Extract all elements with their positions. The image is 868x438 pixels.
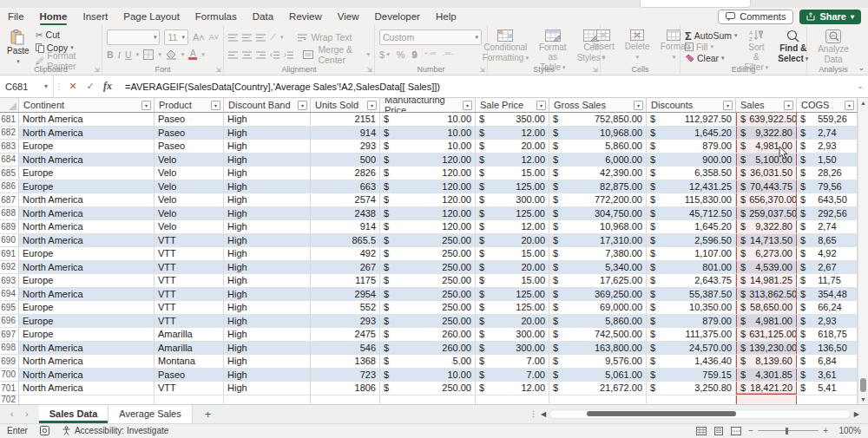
- row-number[interactable]: 698: [0, 342, 19, 355]
- sheet-tab-average-sales[interactable]: Average Sales: [108, 405, 192, 423]
- row-number[interactable]: 690: [0, 234, 19, 247]
- increase-decimal-icon[interactable]: ⁺·⁰⁰: [424, 51, 436, 59]
- column-header-units-sold[interactable]: Units Sold▾: [311, 98, 380, 112]
- column-header-continent[interactable]: Continent▾: [19, 98, 155, 112]
- cell-units[interactable]: 293: [311, 315, 380, 328]
- cell-mfg[interactable]: $250.00: [380, 247, 476, 260]
- cell-product[interactable]: VTT: [155, 261, 224, 274]
- clear-button[interactable]: Clear ▾: [685, 53, 738, 64]
- name-box-dropdown-icon[interactable]: ▾: [44, 82, 48, 90]
- fill-button[interactable]: Fill ▾: [685, 42, 738, 53]
- fill-color-dropdown-icon[interactable]: ▾: [181, 51, 185, 58]
- row-number[interactable]: 689: [0, 220, 19, 233]
- new-sheet-button[interactable]: +: [193, 405, 224, 423]
- cell-band[interactable]: [224, 396, 311, 404]
- decrease-indent-icon[interactable]: [270, 51, 279, 59]
- cell-gross[interactable]: $21,672.00: [549, 382, 647, 395]
- cell-mfg[interactable]: $250.00: [380, 261, 476, 274]
- cell-sale[interactable]: $20.00: [476, 315, 549, 328]
- name-box[interactable]: C681 ▾: [0, 75, 54, 97]
- cell-sale[interactable]: $125.00: [476, 301, 549, 314]
- filter-dropdown-icon[interactable]: ▾: [845, 101, 854, 110]
- cell-product[interactable]: Velo: [155, 207, 224, 220]
- menu-tab-developer[interactable]: Developer: [367, 8, 428, 25]
- filter-dropdown-icon[interactable]: ▾: [463, 101, 472, 110]
- cell-band[interactable]: High: [224, 193, 311, 206]
- conditional-formatting-button[interactable]: Conditional Formatting▾: [480, 29, 531, 65]
- cell-units[interactable]: 267: [311, 261, 380, 274]
- cell-sale[interactable]: $15.00: [476, 167, 549, 180]
- cell-cogs[interactable]: $28,26: [797, 167, 858, 180]
- cell-band[interactable]: High: [224, 180, 311, 193]
- align-right-icon[interactable]: [256, 51, 266, 59]
- cell-band[interactable]: High: [224, 328, 311, 341]
- wrap-text-label[interactable]: Wrap Text: [312, 32, 352, 42]
- cell-band[interactable]: High: [224, 207, 311, 220]
- cell-units[interactable]: 2826: [311, 167, 380, 180]
- menu-tab-review[interactable]: Review: [281, 8, 330, 25]
- clipboard-dialog-launcher[interactable]: ⇲: [94, 66, 100, 74]
- cell-mfg[interactable]: $260.00: [380, 342, 476, 355]
- cell-product[interactable]: Velo: [155, 220, 224, 233]
- cell-product[interactable]: Amarilla: [155, 342, 224, 355]
- cell-disc[interactable]: $1,436.40: [647, 355, 736, 368]
- cell-continent[interactable]: North America: [19, 369, 155, 382]
- cell-cogs[interactable]: $1,50: [797, 154, 858, 167]
- zoom-slider-track[interactable]: [758, 430, 819, 431]
- row-number[interactable]: 683: [0, 140, 19, 153]
- row-number[interactable]: 693: [0, 274, 19, 287]
- horizontal-scroll-track[interactable]: [549, 409, 851, 419]
- cell-sale[interactable]: $20.00: [476, 261, 549, 274]
- cell-cogs[interactable]: $6,84: [797, 355, 858, 368]
- increase-indent-icon[interactable]: [284, 51, 293, 59]
- cell-disc[interactable]: $900.00: [647, 154, 736, 167]
- cell-mfg[interactable]: $120.00: [380, 154, 476, 167]
- cell-units[interactable]: 663: [311, 180, 380, 193]
- cell-product[interactable]: Amarilla: [155, 328, 224, 341]
- cell-cogs[interactable]: $66,24: [797, 301, 858, 314]
- cell-units[interactable]: 723: [311, 369, 380, 382]
- next-sheet-icon[interactable]: ›: [25, 409, 28, 419]
- cell-gross[interactable]: [549, 396, 647, 404]
- cell-mfg[interactable]: $10.00: [380, 140, 476, 153]
- clear-dropdown-icon[interactable]: ▾: [721, 55, 725, 62]
- orientation-dropdown-icon[interactable]: ▾: [280, 34, 284, 41]
- shrink-font-icon[interactable]: A˅: [209, 33, 219, 42]
- row-number[interactable]: 682: [0, 127, 19, 140]
- scroll-left-icon[interactable]: ◀: [541, 410, 546, 418]
- decrease-decimal-icon[interactable]: ·⁰⁰⁻: [443, 51, 454, 59]
- cell-disc[interactable]: $801.00: [647, 261, 736, 274]
- cell-mfg[interactable]: $250.00: [380, 274, 476, 287]
- accessibility-status[interactable]: Accessibility: Investigate: [62, 426, 168, 435]
- cell-band[interactable]: High: [224, 220, 311, 233]
- cell-disc[interactable]: $2,596.50: [647, 234, 736, 247]
- menu-tab-insert[interactable]: Insert: [75, 8, 115, 25]
- sort-filter-button[interactable]: AZ Sort & Filter▾: [742, 29, 772, 65]
- cell-units[interactable]: 293: [311, 140, 380, 153]
- number-dialog-launcher[interactable]: ⇲: [479, 66, 485, 74]
- font-color-icon[interactable]: A: [188, 50, 197, 60]
- align-top-icon[interactable]: [228, 34, 238, 42]
- cell-mfg[interactable]: $10.00: [380, 369, 476, 382]
- cell-product[interactable]: Paseo: [155, 140, 224, 153]
- cell-sales[interactable]: $4,539.00: [736, 261, 797, 274]
- prev-sheet-icon[interactable]: ‹: [10, 409, 13, 419]
- cell-product[interactable]: VTT: [155, 382, 224, 395]
- currency-format-icon[interactable]: $: [379, 49, 385, 60]
- cell-sales[interactable]: $4,981.00: [736, 140, 797, 153]
- cell-mfg[interactable]: $120.00: [380, 167, 476, 180]
- cell-cogs[interactable]: $8,65: [797, 234, 858, 247]
- column-header-discounts[interactable]: Discounts▾: [647, 98, 736, 112]
- cell-product[interactable]: VTT: [155, 288, 224, 301]
- menu-tab-data[interactable]: Data: [245, 8, 281, 25]
- cell-band[interactable]: High: [224, 234, 311, 247]
- cell-continent[interactable]: North America: [19, 355, 155, 368]
- cell-cogs[interactable]: $618,75: [797, 328, 858, 341]
- cell-product[interactable]: VTT: [155, 315, 224, 328]
- cell-cogs[interactable]: $136,50: [797, 342, 858, 355]
- cell-units[interactable]: 2954: [311, 288, 380, 301]
- cancel-entry-button[interactable]: ✕: [64, 81, 82, 92]
- find-select-button[interactable]: Find & Select▾: [775, 29, 811, 65]
- cell-product[interactable]: Paseo: [155, 127, 224, 140]
- cell-mfg[interactable]: $250.00: [380, 288, 476, 301]
